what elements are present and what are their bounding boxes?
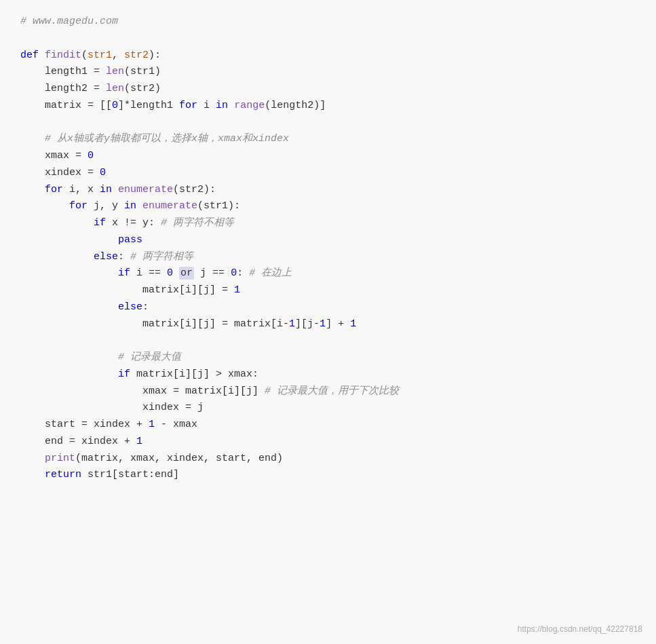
code-line-def: def findit(str1, str2): <box>20 48 636 64</box>
code-line-len1: length1 = len(str1) <box>20 64 636 81</box>
code-line-matrix-1: matrix[i][j] = 1 <box>20 282 636 299</box>
code-line-start: start = xindex + 1 - xmax <box>20 417 636 434</box>
code-line-xmax-update: xmax = matrix[i][j] # 记录最大值，用于下次比较 <box>20 383 636 400</box>
code-line-if-border: if i == 0 or j == 0: # 在边上 <box>20 265 636 282</box>
empty-line-2 <box>20 115 636 132</box>
code-line-len2: length2 = len(str2) <box>20 81 636 98</box>
code-line-xindex-init: xindex = 0 <box>20 165 636 182</box>
code-line-return: return str1[start:end] <box>20 467 636 484</box>
code-line-1: # www.magedu.com <box>20 14 636 31</box>
code-line-xmax-init: xmax = 0 <box>20 148 636 165</box>
code-line-if-neq: if x != y: # 两字符不相等 <box>20 215 636 232</box>
code-line-matrix-init: matrix = [[0]*length1 for i in range(len… <box>20 98 636 115</box>
code-line-matrix-calc: matrix[i][j] = matrix[i-1][j-1] + 1 <box>20 316 636 333</box>
code-line-pass: pass <box>20 232 636 249</box>
code-line-else1: else: # 两字符相等 <box>20 249 636 266</box>
code-line-if-max: if matrix[i][j] > xmax: <box>20 366 636 383</box>
watermark: https://blog.csdn.net/qq_42227818 <box>518 623 642 636</box>
code-line-else2: else: <box>20 299 636 316</box>
code-line-comment1: # 从x轴或者y轴取都可以，选择x轴，xmax和xindex <box>20 131 636 148</box>
code-container: # www.magedu.com def findit(str1, str2):… <box>0 0 656 644</box>
empty-line-3 <box>20 333 636 349</box>
code-line-xindex-update: xindex = j <box>20 400 636 417</box>
code-line-comment2: # 记录最大值 <box>20 349 636 366</box>
code-line-end: end = xindex + 1 <box>20 434 636 451</box>
code-line-print: print(matrix, xmax, xindex, start, end) <box>20 451 636 468</box>
code-line-for-inner: for j, y in enumerate(str1): <box>20 198 636 215</box>
code-line-for-outer: for i, x in enumerate(str2): <box>20 182 636 199</box>
empty-line-1 <box>20 31 636 48</box>
